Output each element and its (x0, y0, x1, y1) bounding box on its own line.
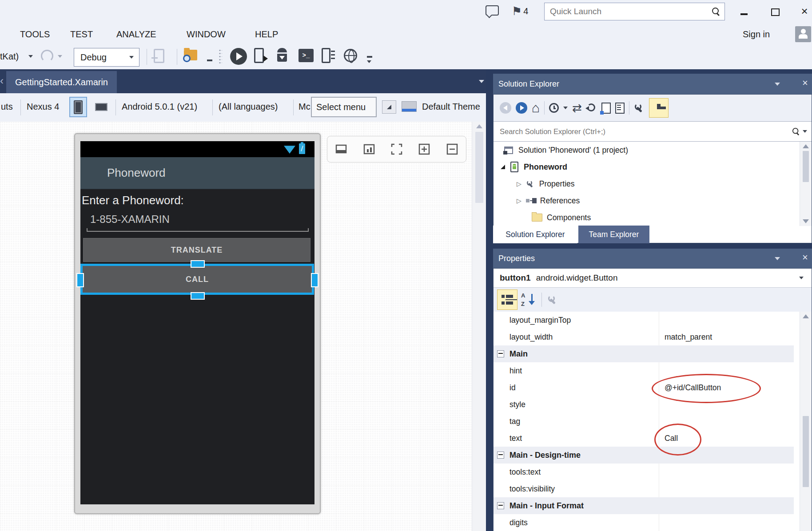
preview-selected-items-toggle[interactable] (649, 98, 669, 118)
tree-item-components[interactable]: Components (494, 209, 812, 226)
toolbar-overflow-arrow[interactable] (367, 60, 371, 63)
canvas-scrollbar[interactable] (472, 122, 486, 531)
show-all-files-icon[interactable] (601, 103, 611, 114)
property-pages-icon[interactable] (547, 294, 558, 305)
theme-selector[interactable]: Default Theme (422, 102, 480, 112)
android-version-selector[interactable]: Android 5.0.1 (v21) (122, 102, 197, 112)
property-row-digits[interactable]: digits (494, 514, 794, 531)
solution-explorer-header[interactable]: Solution Explorer × (493, 74, 812, 94)
phoneword-prompt-label[interactable]: Enter a Phoneword: (82, 194, 184, 207)
property-row-tools-text[interactable]: tools:text (494, 464, 794, 481)
property-row-style[interactable]: style (494, 396, 794, 413)
zoom-to-fit-icon[interactable] (390, 143, 403, 156)
menu-tools[interactable]: TOOLS (20, 29, 50, 40)
find-in-files-icon[interactable] (184, 50, 197, 60)
properties-wrench-icon[interactable] (634, 103, 645, 113)
menu-test[interactable]: TEST (70, 29, 93, 40)
select-menu-dropdown[interactable]: Select menu (311, 97, 377, 117)
feedback-bubble-icon[interactable] (486, 5, 499, 16)
property-row-id[interactable]: id@+id/CallButton (494, 379, 794, 396)
property-row-layout-width[interactable]: layout_widthmatch_parent (494, 329, 794, 346)
tree-scrollbar[interactable] (800, 142, 812, 226)
close-button[interactable]: × (797, 4, 812, 18)
menu-help[interactable]: HELP (255, 29, 278, 40)
solution-explorer-search-input[interactable] (494, 127, 792, 136)
quick-launch-input[interactable] (545, 6, 712, 17)
tab-solution-explorer[interactable]: Solution Explorer (493, 226, 577, 243)
search-options-icon[interactable] (803, 130, 807, 133)
console-icon[interactable]: >_ (299, 49, 314, 62)
selection-handle-left[interactable] (76, 273, 84, 287)
theme-icon[interactable] (402, 101, 417, 112)
tree-item-properties[interactable]: ▷ Properties (494, 175, 812, 192)
panel-menu-icon[interactable] (775, 83, 780, 86)
alternate-layout-icon[interactable] (334, 143, 348, 156)
search-icon[interactable] (792, 128, 800, 135)
panel-menu-icon[interactable] (775, 257, 780, 260)
panel-close-icon[interactable]: × (802, 253, 808, 262)
notifications-flag-icon[interactable]: ⚑ 4 (512, 4, 528, 19)
properties-scrollbar-thumb[interactable] (803, 416, 809, 487)
tab-gettingstarted-xamarin[interactable]: GettingStarted.Xamarin (6, 71, 117, 93)
phone-number-input[interactable]: 1-855-XAMARIN (87, 213, 309, 232)
property-row-tools-visibility[interactable]: tools:visibility (494, 480, 794, 498)
menu-analyze[interactable]: ANALYZE (116, 29, 156, 40)
home-icon[interactable]: ⌂ (532, 101, 540, 115)
expander-expanded-icon[interactable] (501, 165, 505, 169)
designer-corner-button[interactable] (382, 100, 396, 114)
refresh-icon[interactable] (41, 50, 53, 62)
call-button[interactable]: CALL (83, 266, 312, 293)
toolbar-overflow-dash[interactable] (207, 59, 212, 61)
properties-header[interactable]: Properties × (493, 249, 812, 268)
selection-handle-right[interactable] (311, 273, 318, 287)
menu-window[interactable]: WINDOW (187, 29, 226, 40)
tree-scrollbar-thumb[interactable] (803, 151, 809, 182)
property-row-layout-margintop[interactable]: layout_marginTop (494, 312, 794, 329)
device-log-icon[interactable] (322, 48, 330, 63)
sdk-manager-sphere-icon[interactable] (344, 49, 357, 62)
sync-with-active-document-icon[interactable]: ⇄ (572, 102, 582, 114)
refresh-solution-icon[interactable] (586, 103, 597, 113)
deploy-device-icon[interactable] (254, 48, 264, 63)
toolbar-overflow-dash2[interactable] (367, 56, 372, 58)
properties-scroll-up-icon[interactable] (803, 314, 809, 318)
tab-well-overflow-icon[interactable] (479, 80, 484, 83)
property-group-input-format[interactable]: Main - Input Format (494, 497, 794, 514)
landscape-orientation-button[interactable] (92, 97, 111, 117)
properties-scrollbar[interactable] (800, 312, 812, 531)
language-selector[interactable]: (All languages) (219, 102, 278, 112)
minimize-button[interactable] (736, 5, 752, 19)
collapse-group-icon[interactable] (497, 502, 504, 509)
pending-changes-filter-icon[interactable] (549, 103, 559, 113)
tab-scroll-left-icon[interactable]: ‹ (0, 75, 4, 86)
device-selector[interactable]: Nexus 4 (27, 102, 59, 112)
property-group-design-time[interactable]: Main - Design-time (494, 447, 794, 464)
collapse-group-icon[interactable] (497, 350, 504, 357)
property-row-hint[interactable]: hint (494, 362, 794, 380)
tab-team-explorer[interactable]: Team Explorer (578, 226, 649, 243)
filter-dropdown-icon[interactable] (563, 107, 568, 109)
tree-scroll-up-icon[interactable] (803, 144, 809, 148)
refresh-dropdown-icon[interactable] (58, 55, 62, 58)
panel-close-icon[interactable]: × (802, 78, 808, 88)
alphabetical-sort-button[interactable]: A Z (521, 292, 536, 307)
back-icon[interactable] (500, 102, 511, 114)
phone-screen[interactable]: Phoneword Enter a Phoneword: 1-855-XAMAR… (80, 141, 314, 504)
build-config-combobox[interactable]: Debug (74, 48, 139, 67)
expander-collapsed-icon[interactable]: ▷ (517, 181, 521, 187)
android-emulator-icon[interactable] (276, 48, 288, 65)
expander-collapsed-icon[interactable]: ▷ (517, 198, 521, 204)
quick-launch-search-icon[interactable] (712, 8, 720, 16)
translate-button[interactable]: TRANSLATE (83, 238, 310, 262)
attach-process-icon[interactable] (154, 49, 164, 63)
zoom-in-icon[interactable] (418, 143, 431, 156)
view-code-icon[interactable] (615, 103, 625, 114)
collapse-group-icon[interactable] (497, 452, 504, 459)
device-preview-icon[interactable] (362, 143, 376, 156)
property-row-text[interactable]: textCall (494, 430, 794, 447)
maximize-button[interactable] (768, 5, 783, 19)
tree-item-project-phoneword[interactable]: Phoneword (494, 159, 812, 175)
object-selector-dropdown-icon[interactable] (799, 277, 804, 279)
canvas-scrollbar-thumb[interactable] (475, 132, 483, 203)
property-group-main[interactable]: Main (494, 345, 794, 362)
